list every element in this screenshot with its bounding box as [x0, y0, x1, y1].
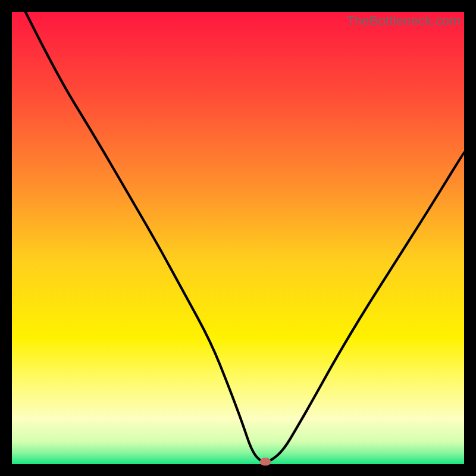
watermark-text: TheBottleneck.com	[346, 13, 461, 29]
chart-background	[12, 12, 464, 464]
optimal-point-marker	[260, 458, 271, 466]
chart-frame: TheBottleneck.com	[12, 12, 464, 464]
chart-svg	[12, 12, 464, 464]
